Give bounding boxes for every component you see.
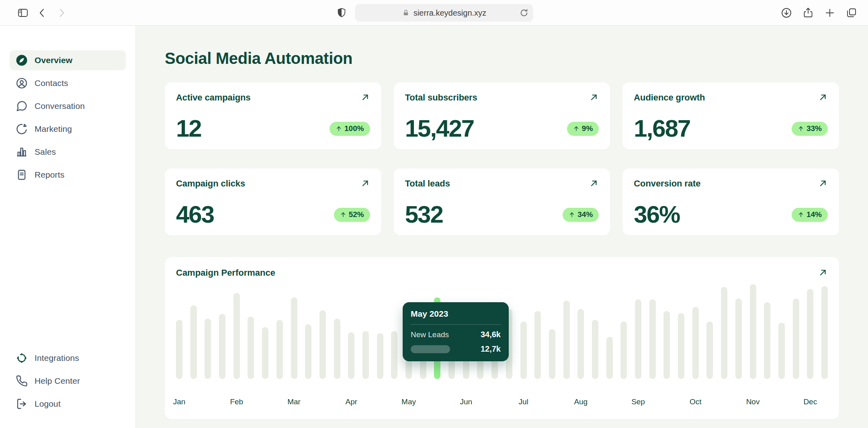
bar[interactable]	[205, 319, 211, 379]
bar[interactable]	[750, 284, 756, 379]
external-arrow-icon[interactable]	[589, 92, 599, 102]
stat-card-campaign-clicks: Campaign clicks 463 52%	[165, 168, 381, 236]
card-value: 463	[176, 203, 214, 227]
tooltip-secondary-value: 12,7k	[481, 344, 501, 354]
chart-tooltip: May 2023 New Leads 34,6k 12,7k	[403, 302, 509, 361]
bar[interactable]	[649, 299, 656, 379]
external-arrow-icon[interactable]	[589, 178, 599, 188]
bar[interactable]	[233, 293, 240, 379]
forward-icon[interactable]	[55, 6, 68, 20]
page-title: Social Media Automation	[165, 49, 839, 68]
sidebar-item-logout[interactable]: Logout	[10, 394, 126, 414]
bar[interactable]	[706, 322, 713, 379]
share-icon[interactable]	[801, 6, 815, 20]
bar[interactable]	[219, 314, 225, 379]
card-value: 15,427	[405, 117, 474, 141]
bar[interactable]	[592, 320, 598, 379]
phone-icon	[16, 375, 28, 387]
bar[interactable]	[793, 299, 799, 379]
bar[interactable]	[176, 320, 182, 379]
badge-delta: 14%	[807, 210, 822, 219]
badge-delta: 100%	[344, 124, 364, 133]
sidebar-item-label: Conversation	[35, 101, 85, 111]
bar[interactable]	[348, 332, 354, 379]
stat-card-conversion-rate: Conversion rate 36% 14%	[622, 168, 839, 236]
sidebar-item-label: Sales	[35, 147, 56, 157]
external-arrow-icon[interactable]	[360, 178, 370, 188]
tooltip-title: May 2023	[411, 309, 501, 319]
downloads-icon[interactable]	[780, 6, 793, 20]
bar[interactable]	[635, 299, 641, 379]
sidebar-toggle-icon[interactable]	[16, 6, 30, 20]
bar[interactable]	[305, 324, 311, 379]
trend-badge: 9%	[567, 122, 599, 136]
main-content: Social Media Automation Active campaigns…	[136, 26, 868, 428]
bar[interactable]	[319, 310, 326, 379]
bar[interactable]	[377, 333, 383, 379]
back-icon[interactable]	[35, 6, 49, 20]
bar[interactable]	[620, 322, 627, 379]
up-arrow-icon	[573, 125, 579, 132]
up-arrow-icon	[798, 211, 804, 218]
bar[interactable]	[334, 319, 340, 379]
bar[interactable]	[190, 305, 197, 379]
bar[interactable]	[764, 302, 770, 379]
bar[interactable]	[291, 297, 297, 379]
bar[interactable]	[577, 309, 584, 379]
bar[interactable]	[276, 320, 283, 379]
x-axis-label: Apr	[345, 397, 357, 406]
x-axis-label: Mar	[287, 397, 301, 406]
external-arrow-icon[interactable]	[818, 268, 828, 277]
external-arrow-icon[interactable]	[818, 178, 828, 188]
bar[interactable]	[821, 286, 828, 379]
sidebar-item-marketing[interactable]: Marketing	[10, 119, 126, 139]
tab-overview-icon[interactable]	[845, 6, 858, 20]
x-axis-label: Oct	[690, 397, 702, 406]
up-arrow-icon	[798, 125, 804, 132]
sidebar-item-contacts[interactable]: Contacts	[10, 73, 126, 93]
lock-icon	[402, 9, 410, 17]
sidebar-item-label: Logout	[35, 399, 61, 409]
screen: sierra.keydesign.xyz	[0, 0, 868, 428]
browser-toolbar: sierra.keydesign.xyz	[0, 0, 868, 26]
bar[interactable]	[563, 301, 570, 379]
bar[interactable]	[807, 289, 813, 379]
badge-delta: 9%	[582, 124, 593, 133]
bar[interactable]	[534, 311, 541, 379]
sidebar-item-help-center[interactable]: Help Center	[10, 371, 126, 391]
card-title: Audience growth	[634, 92, 705, 103]
tooltip-series-label: New Leads	[411, 330, 449, 339]
bar[interactable]	[391, 331, 397, 379]
bar[interactable]	[678, 313, 684, 379]
sidebar-item-integrations[interactable]: Integrations	[10, 348, 126, 368]
sidebar-item-reports[interactable]: Reports	[10, 165, 126, 185]
bar[interactable]	[520, 322, 527, 379]
bar[interactable]	[606, 337, 613, 379]
sidebar-item-sales[interactable]: Sales	[10, 142, 126, 162]
address-bar[interactable]: sierra.keydesign.xyz	[355, 4, 533, 22]
card-title: Campaign clicks	[176, 178, 245, 189]
external-arrow-icon[interactable]	[818, 92, 828, 102]
bar[interactable]	[735, 299, 742, 379]
card-value: 36%	[634, 203, 680, 227]
up-arrow-icon	[569, 211, 575, 218]
bar[interactable]	[778, 323, 785, 379]
chart-title: Campaign Performance	[176, 268, 275, 278]
bar[interactable]	[362, 331, 369, 379]
card-title: Total subscribers	[405, 92, 477, 103]
external-arrow-icon[interactable]	[360, 92, 370, 102]
bar[interactable]	[248, 317, 254, 379]
bar[interactable]	[549, 329, 555, 379]
reload-icon[interactable]	[519, 8, 529, 18]
bar-chart-icon	[16, 146, 28, 158]
bar[interactable]	[262, 327, 268, 379]
card-title: Total leads	[405, 178, 450, 189]
target-pen-icon	[16, 123, 28, 135]
bar[interactable]	[721, 287, 727, 379]
privacy-shield-icon[interactable]	[335, 6, 348, 20]
bar[interactable]	[692, 307, 699, 379]
sidebar-item-conversation[interactable]: Conversation	[10, 96, 126, 116]
bar[interactable]	[663, 311, 670, 379]
new-tab-icon[interactable]	[823, 6, 837, 20]
sidebar-item-overview[interactable]: Overview	[10, 50, 126, 70]
